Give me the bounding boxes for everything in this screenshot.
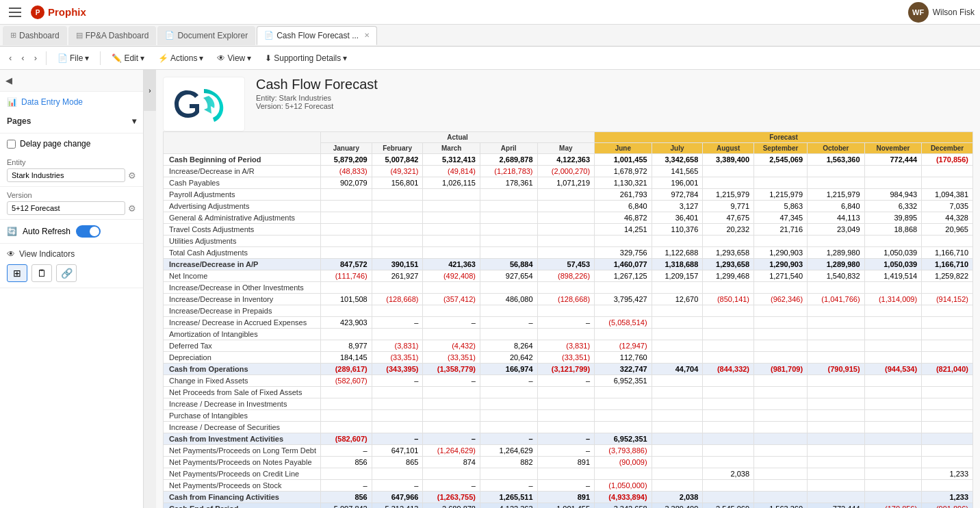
table-cell: (5,058,514) xyxy=(595,317,652,329)
table-cell xyxy=(864,457,922,468)
table-cell: 1,289,980 xyxy=(808,259,865,270)
version-input-row: ⚙ xyxy=(7,201,136,215)
supporting-details-button[interactable]: ⬇ Supporting Details ▾ xyxy=(259,51,352,65)
view-note-icon[interactable]: 🗒 xyxy=(31,264,52,282)
table-cell: 6,952,351 xyxy=(595,375,652,387)
cashflow-table: Actual Forecast JanuaryFebruaryMarchApri… xyxy=(163,131,973,508)
forecast-group-header: Forecast xyxy=(595,132,973,143)
table-row: Change in Fixed Assets(582,607)––––6,952… xyxy=(164,375,973,387)
edit-button[interactable]: ✏️ Edit ▾ xyxy=(106,51,150,65)
nav-back2-btn[interactable]: ‹ xyxy=(18,51,27,65)
table-cell: 1,215,979 xyxy=(703,189,754,201)
table-cell xyxy=(537,201,595,212)
tab-fp-dashboard[interactable]: ▤ FP&A Dashboard xyxy=(68,26,157,45)
table-cell xyxy=(537,387,595,398)
file-button[interactable]: 📄 File ▾ xyxy=(52,51,94,65)
table-cell: 2,689,878 xyxy=(480,154,537,166)
table-cell: (33,351) xyxy=(537,352,595,364)
entity-gear-icon[interactable]: ⚙ xyxy=(128,170,136,181)
table-cell xyxy=(652,305,703,317)
tab-cashflow[interactable]: 📄 Cash Flow Forecast ... ✕ xyxy=(257,26,377,45)
table-cell: 1,293,658 xyxy=(703,259,754,270)
table-cell xyxy=(922,329,973,340)
sidebar-expand-btn[interactable]: › xyxy=(144,70,156,111)
col-header-september: September xyxy=(754,143,808,154)
table-cell: 20,642 xyxy=(480,352,537,364)
table-cell: – xyxy=(537,375,595,387)
table-row: Utilities Adjustments xyxy=(164,236,973,247)
table-cell: 156,801 xyxy=(372,177,423,189)
table-cell: – xyxy=(372,433,423,445)
table-cell xyxy=(754,375,808,387)
version-input[interactable] xyxy=(7,201,125,215)
table-cell xyxy=(595,398,652,410)
table-cell: 891 xyxy=(537,492,595,503)
entity-input[interactable] xyxy=(7,168,125,182)
sidebar-toggle-icon[interactable]: ◀ xyxy=(5,75,12,86)
table-cell xyxy=(703,398,754,410)
table-cell xyxy=(372,282,423,294)
nav-fwd-btn[interactable]: › xyxy=(31,51,40,65)
data-entry-mode-btn[interactable]: 📊 Data Entry Mode xyxy=(0,92,143,112)
entity-section: Entity ⚙ xyxy=(0,154,143,187)
view-indicators-section: 👁 View Indicators ⊞ 🗒 🔗 xyxy=(0,244,143,288)
table-cell xyxy=(595,468,652,480)
row-label: Increase/Decrease in A/P xyxy=(164,259,321,270)
actions-button[interactable]: ⚡ Actions ▾ xyxy=(153,51,209,65)
table-cell: 5,312,413 xyxy=(372,503,423,509)
pages-section: Pages ▾ xyxy=(0,112,143,134)
view-grid-icon[interactable]: ⊞ xyxy=(7,264,27,282)
table-cell xyxy=(754,166,808,177)
table-cell: (962,346) xyxy=(754,294,808,305)
table-cell: (1,263,755) xyxy=(423,492,480,503)
delay-checkbox[interactable] xyxy=(7,140,16,149)
nav-back-btn[interactable]: ‹ xyxy=(5,51,15,65)
auto-refresh-toggle[interactable] xyxy=(76,225,101,238)
tab-dashboard[interactable]: ⊞ Dashboard xyxy=(3,26,67,45)
view-button[interactable]: 👁 View ▾ xyxy=(211,51,257,65)
table-cell: 2,038 xyxy=(652,492,703,503)
table-cell xyxy=(808,410,865,422)
table-cell: 1,289,980 xyxy=(808,247,865,259)
row-label: Net Payments/Proceeds on Notes Payable xyxy=(164,457,321,468)
table-row: Cash from Financing Activities856647,966… xyxy=(164,492,973,503)
table-cell: 390,151 xyxy=(372,259,423,270)
table-cell xyxy=(595,410,652,422)
table-row: Increase/ Decrease in Accrued Expenses42… xyxy=(164,317,973,329)
tab-close-icon[interactable]: ✕ xyxy=(364,31,370,39)
avatar: WF xyxy=(908,2,929,23)
table-cell xyxy=(321,468,372,480)
table-cell xyxy=(754,317,808,329)
table-cell: (357,412) xyxy=(423,294,480,305)
table-cell xyxy=(652,457,703,468)
table-cell: 14,251 xyxy=(595,224,652,236)
table-cell: 1,233 xyxy=(922,492,973,503)
table-cell: (3,793,886) xyxy=(595,445,652,457)
view-link-icon[interactable]: 🔗 xyxy=(56,264,77,282)
row-label: Increase / Decrease in Investments xyxy=(164,398,321,410)
hamburger-menu[interactable] xyxy=(5,3,25,22)
table-cell: – xyxy=(480,433,537,445)
tab-doc-explorer[interactable]: 📄 Document Explorer xyxy=(157,26,255,45)
supporting-icon: ⬇ xyxy=(265,53,272,63)
table-cell xyxy=(652,410,703,422)
table-cell: 1,259,822 xyxy=(922,270,973,282)
table-row: Increase / Decrease in Investments xyxy=(164,398,973,410)
table-cell xyxy=(652,398,703,410)
row-label: Increase/Decrease in A/R xyxy=(164,166,321,177)
app-logo: P Prophix xyxy=(30,4,86,21)
table-cell xyxy=(754,492,808,503)
table-cell xyxy=(423,329,480,340)
version-gear-icon[interactable]: ⚙ xyxy=(128,203,136,214)
table-cell: 39,895 xyxy=(864,212,922,224)
row-label: Net Proceeds from Sale of Fixed Assets xyxy=(164,387,321,398)
table-cell: 3,342,658 xyxy=(595,503,652,509)
table-cell: 141,565 xyxy=(652,166,703,177)
pages-header[interactable]: Pages ▾ xyxy=(7,116,136,126)
table-cell xyxy=(808,468,865,480)
table-cell xyxy=(321,305,372,317)
table-cell xyxy=(480,212,537,224)
table-cell: 902,079 xyxy=(321,177,372,189)
view-icon: 👁 xyxy=(217,53,225,63)
table-cell xyxy=(754,433,808,445)
